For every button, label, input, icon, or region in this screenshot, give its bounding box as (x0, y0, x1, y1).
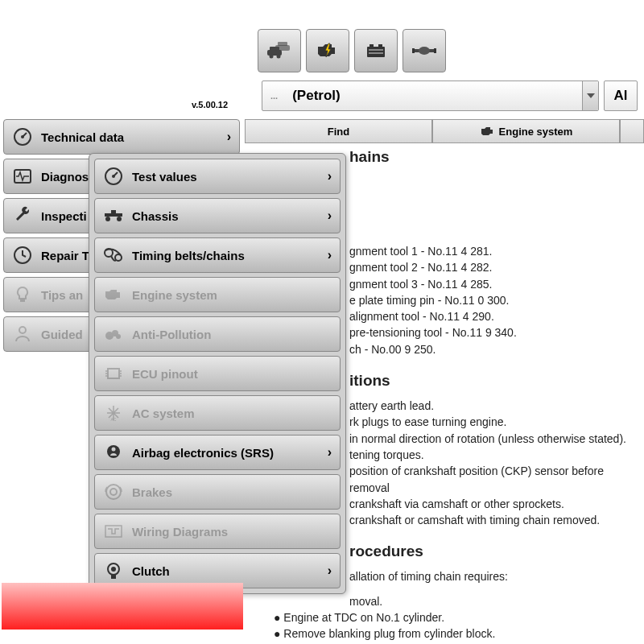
svg-rect-5 (278, 42, 287, 46)
wiring-icon (103, 521, 124, 542)
sub-test-values[interactable]: Test values › (94, 159, 341, 194)
svg-rect-4 (275, 45, 290, 51)
svg-point-3 (277, 55, 281, 59)
chevron-right-icon: › (328, 248, 332, 262)
battery-icon-button[interactable] (354, 29, 398, 72)
gauge-icon (103, 166, 124, 187)
svg-rect-38 (105, 526, 122, 537)
tab-find[interactable]: Find (245, 119, 432, 143)
technical-data-submenu: Test values › Chassis › Timing belts/cha… (89, 153, 346, 594)
clutch-icon (103, 560, 124, 581)
svg-text:AC: AC (111, 417, 117, 422)
svg-point-37 (110, 489, 117, 495)
vehicle-icon-button[interactable] (258, 29, 301, 72)
exhaust-icon (411, 40, 438, 61)
svg-point-12 (419, 47, 430, 55)
chevron-right-icon: › (328, 564, 332, 578)
pollution-icon (103, 324, 124, 345)
precautions-heading: itions (349, 372, 644, 390)
al-button[interactable]: Al (604, 80, 638, 111)
chevron-right-icon: › (328, 445, 332, 460)
gauge-icon (12, 126, 33, 147)
menu-label: Technical data (41, 130, 227, 144)
svg-point-25 (117, 217, 122, 221)
svg-point-34 (107, 445, 120, 458)
svg-rect-41 (111, 575, 116, 579)
svg-point-40 (111, 567, 116, 572)
person-icon (12, 324, 33, 345)
bulb-icon (12, 284, 33, 305)
chevron-right-icon: › (227, 130, 231, 144)
chip-icon (103, 363, 124, 384)
svg-rect-14 (434, 48, 436, 53)
chevron-right-icon: › (328, 208, 332, 223)
svg-point-35 (112, 448, 116, 452)
svg-rect-6 (367, 47, 385, 57)
sub-brakes[interactable]: Brakes (94, 474, 341, 510)
dropdown-arrow[interactable] (582, 81, 598, 110)
sub-ac-system[interactable]: AC AC system (94, 395, 341, 431)
airbag-icon (103, 442, 124, 463)
exhaust-icon-button[interactable] (402, 29, 446, 72)
chevron-right-icon: › (328, 169, 332, 184)
battery-icon (362, 40, 390, 61)
sub-timing-belts[interactable]: Timing belts/chains › (94, 237, 341, 273)
sub-chassis[interactable]: Chassis › (94, 198, 341, 233)
brake-icon (103, 481, 124, 502)
svg-point-2 (270, 55, 274, 59)
svg-rect-13 (412, 48, 415, 53)
sub-airbag[interactable]: Airbag electronics (SRS) › (94, 435, 341, 470)
fuel-label: (Petrol) (292, 88, 341, 104)
tab-engine-system[interactable]: Engine system (432, 119, 620, 143)
svg-rect-19 (20, 299, 25, 302)
clock-icon (12, 245, 33, 266)
engine-bolt-icon (314, 40, 341, 61)
tab-row: Find Engine system (245, 119, 644, 143)
svg-point-28 (115, 254, 122, 261)
svg-rect-32 (108, 369, 119, 378)
sub-anti-pollution[interactable]: Anti-Pollution (94, 316, 341, 352)
belt-icon (103, 245, 124, 266)
cars-icon (266, 40, 293, 61)
sub-wiring[interactable]: Wiring Diagrams (94, 514, 341, 549)
svg-rect-10 (369, 52, 383, 54)
svg-point-24 (105, 217, 110, 221)
svg-rect-8 (378, 44, 382, 47)
chassis-icon (103, 205, 124, 226)
sub-engine-system[interactable]: Engine system (94, 277, 341, 312)
sub-ecu-pinout[interactable]: ECU pinout (94, 356, 341, 391)
tab-extra[interactable] (620, 119, 644, 143)
wrench-icon (12, 205, 33, 226)
svg-rect-26 (111, 210, 116, 214)
svg-point-16 (21, 135, 24, 138)
fuel-type-select[interactable]: ... (Petrol) (262, 80, 599, 111)
version-label: v.5.00.12 (192, 100, 228, 109)
engine-small-icon (480, 126, 494, 137)
svg-point-31 (116, 334, 121, 339)
menu-technical-data[interactable]: Technical data › (3, 119, 240, 155)
svg-point-36 (106, 485, 121, 499)
svg-rect-7 (369, 44, 374, 47)
content-title: hains (349, 148, 644, 166)
fuel-prefix: ... (270, 91, 278, 101)
red-gradient-bar (2, 583, 243, 630)
engine-icon-button[interactable] (306, 29, 349, 72)
svg-rect-9 (369, 49, 383, 51)
svg-point-20 (19, 327, 26, 333)
procedures-heading: rocedures (349, 543, 644, 560)
engine-icon (103, 284, 124, 305)
snowflake-icon: AC (103, 402, 124, 423)
svg-point-22 (112, 175, 115, 178)
ecg-icon (12, 166, 33, 187)
